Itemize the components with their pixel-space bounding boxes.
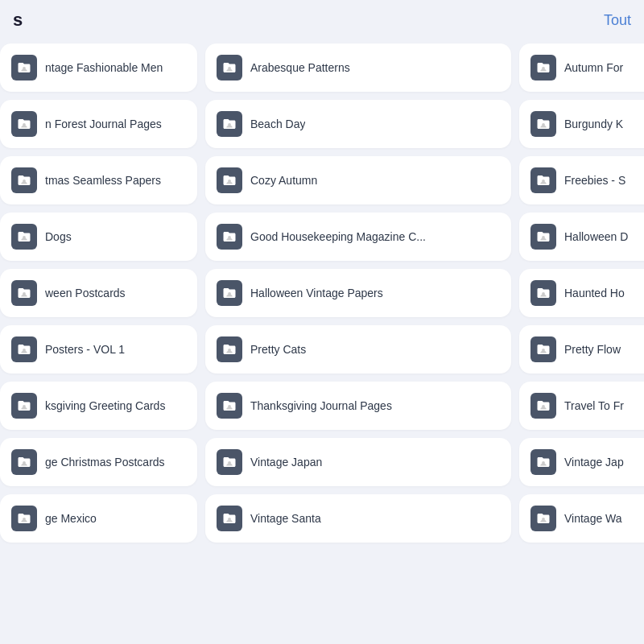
folder-user-icon [217, 111, 242, 137]
header: s Tout [0, 0, 644, 37]
folder-user-icon [530, 449, 556, 475]
card-label: Travel To Fr [564, 399, 624, 412]
card-label: Thanksgiving Journal Pages [250, 399, 392, 412]
collection-card[interactable]: Vintage Wa [519, 494, 644, 543]
folder-user-icon [11, 336, 37, 362]
folder-user-icon [217, 449, 242, 475]
card-label: Vintage Japan [250, 456, 322, 469]
folder-user-icon [217, 280, 242, 306]
card-label: Halloween D [564, 230, 628, 243]
card-label: Vintage Santa [250, 512, 321, 525]
card-label: Beach Day [250, 118, 305, 130]
card-label: Good Housekeeping Magazine C... [250, 230, 426, 243]
folder-user-icon [11, 449, 37, 475]
collection-card[interactable]: Cozy Autumn [205, 156, 511, 204]
card-label: n Forest Journal Pages [45, 118, 162, 130]
folder-user-icon [530, 280, 556, 306]
collection-card[interactable]: Haunted Ho [519, 269, 644, 317]
collection-card[interactable]: Vintage Santa [205, 494, 511, 543]
folder-user-icon [11, 280, 37, 306]
collections-grid: ntage Fashionable Men Arabesque Patterns… [0, 37, 644, 552]
collection-card[interactable]: Vintage Japan [205, 438, 511, 486]
folder-user-icon [11, 167, 37, 193]
folder-user-icon [530, 224, 556, 250]
card-label: Pretty Flow [564, 343, 621, 356]
collection-card[interactable]: ntage Fashionable Men [0, 43, 197, 92]
card-label: Arabesque Patterns [250, 61, 350, 74]
collection-card[interactable]: Travel To Fr [519, 382, 644, 430]
card-label: ge Christmas Postcards [45, 456, 165, 469]
card-label: Haunted Ho [564, 287, 625, 299]
folder-user-icon [530, 111, 556, 137]
folder-user-icon [11, 111, 37, 137]
collection-card[interactable]: Halloween D [519, 213, 644, 261]
collection-card[interactable]: ge Christmas Postcards [0, 438, 197, 486]
collection-card[interactable]: Arabesque Patterns [205, 43, 511, 92]
collection-card[interactable]: Posters - VOL 1 [0, 325, 197, 374]
collection-card[interactable]: tmas Seamless Papers [0, 156, 197, 204]
collection-card[interactable]: ge Mexico [0, 494, 197, 543]
card-label: Halloween Vintage Papers [250, 287, 383, 299]
folder-user-icon [530, 336, 556, 362]
collection-card[interactable]: Halloween Vintage Papers [205, 269, 511, 317]
collection-card[interactable]: ween Postcards [0, 269, 197, 317]
collection-card[interactable]: Vintage Jap [519, 438, 644, 486]
collection-card[interactable]: Pretty Flow [519, 325, 644, 374]
folder-user-icon [530, 55, 556, 80]
card-label: Posters - VOL 1 [45, 343, 125, 356]
folder-user-icon [217, 55, 242, 80]
folder-user-icon [217, 393, 242, 419]
folder-user-icon [11, 506, 37, 531]
collection-card[interactable]: Thanksgiving Journal Pages [205, 382, 511, 430]
folder-user-icon [217, 336, 242, 362]
collection-card[interactable]: ksgiving Greeting Cards [0, 382, 197, 430]
card-label: ntage Fashionable Men [45, 61, 163, 74]
folder-user-icon [217, 506, 242, 531]
card-label: ksgiving Greeting Cards [45, 399, 165, 412]
card-label: tmas Seamless Papers [45, 174, 161, 187]
folder-user-icon [11, 393, 37, 419]
collection-card[interactable]: Dogs [0, 213, 197, 261]
folder-user-icon [217, 224, 242, 250]
card-label: ween Postcards [45, 287, 126, 299]
tout-link[interactable]: Tout [604, 12, 631, 29]
collection-card[interactable]: Freebies - S [519, 156, 644, 204]
card-label: Vintage Jap [564, 456, 624, 469]
collection-card[interactable]: n Forest Journal Pages [0, 100, 197, 148]
card-label: ge Mexico [45, 512, 97, 525]
folder-user-icon [217, 167, 242, 193]
collection-card[interactable]: Autumn For [519, 43, 644, 92]
card-label: Autumn For [564, 61, 623, 74]
folder-user-icon [530, 393, 556, 419]
card-label: Burgundy K [564, 118, 623, 130]
card-label: Cozy Autumn [250, 174, 317, 187]
card-label: Pretty Cats [250, 343, 306, 356]
header-title: s [13, 10, 23, 31]
collection-card[interactable]: Beach Day [205, 100, 511, 148]
folder-user-icon [530, 167, 556, 193]
folder-user-icon [11, 55, 37, 80]
collection-card[interactable]: Burgundy K [519, 100, 644, 148]
card-label: Freebies - S [564, 174, 625, 187]
folder-user-icon [530, 506, 556, 531]
card-label: Vintage Wa [564, 512, 622, 525]
collection-card[interactable]: Good Housekeeping Magazine C... [205, 213, 511, 261]
folder-user-icon [11, 224, 37, 250]
card-label: Dogs [45, 230, 72, 243]
collection-card[interactable]: Pretty Cats [205, 325, 511, 374]
